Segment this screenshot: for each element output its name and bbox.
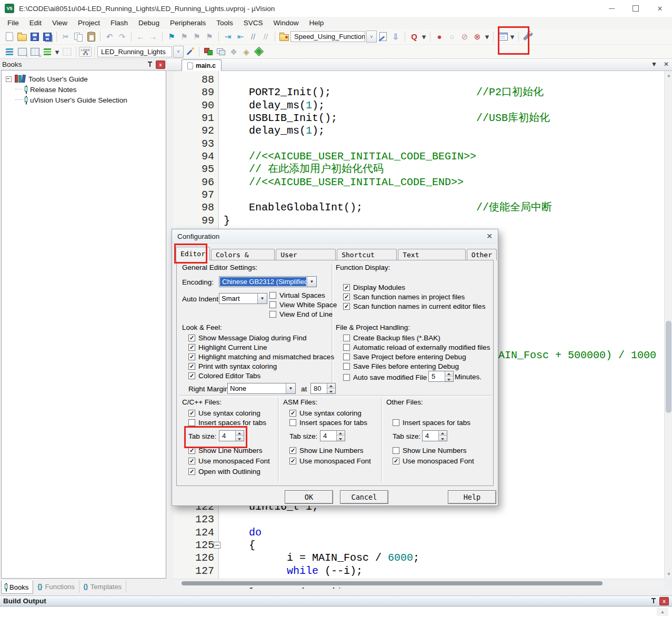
other-tab-size-spinner[interactable]: 4 — [422, 430, 447, 441]
chevron-down-icon[interactable]: ▼ — [307, 277, 316, 287]
close-document-icon[interactable]: ✕ — [664, 60, 669, 68]
function-select-dropdown-icon[interactable]: ˅ — [366, 31, 377, 43]
spinner-up-icon[interactable] — [337, 431, 345, 436]
batch-build-dropdown-icon[interactable]: ▾ — [54, 46, 61, 58]
checkbox-use-syntax-coloring[interactable]: ✓Use syntax coloring — [289, 409, 362, 417]
menu-item-project[interactable]: Project — [73, 17, 105, 29]
options-for-target-icon[interactable] — [184, 46, 196, 58]
stop-build-icon[interactable] — [61, 46, 73, 58]
find-in-files-icon[interactable]: Q — [408, 31, 420, 43]
checkbox-insert-spaces-for-tabs[interactable]: Insert spaces for tabs — [188, 418, 266, 427]
checkbox-use-syntax-coloring[interactable]: ✓Use syntax coloring — [188, 409, 260, 417]
checkbox-show-message-dialog-during-find[interactable]: ✓Show Message Dialog during Find — [188, 333, 307, 342]
window-layout-icon[interactable] — [496, 31, 509, 43]
spinner-down-icon[interactable] — [327, 389, 335, 393]
panel-close-icon[interactable]: x — [156, 60, 165, 69]
dialog-tab-user-keywords[interactable]: User Keywords — [276, 249, 336, 260]
flash-windows-icon[interactable] — [215, 46, 227, 58]
checkbox-show-line-numbers[interactable]: ✓Show Line Numbers — [188, 446, 263, 454]
panel-tab-templates[interactable]: ()Templates — [79, 580, 126, 593]
comment-icon[interactable]: // — [247, 31, 259, 43]
checkbox-save-project-before-entering-debug[interactable]: Save Project before entering Debug — [343, 352, 466, 361]
navigate-forward-icon[interactable]: → — [147, 31, 159, 43]
undo-icon[interactable]: ↶ — [103, 31, 116, 43]
spinner-up-icon[interactable] — [327, 383, 335, 389]
scroll-up-icon[interactable]: ▲ — [657, 608, 668, 616]
menu-item-file[interactable]: File — [2, 17, 24, 29]
menu-item-edit[interactable]: Edit — [24, 17, 47, 29]
vertical-scroll-thumb[interactable] — [666, 321, 671, 413]
panel-tab-functions[interactable]: {}Functions — [33, 580, 79, 593]
checkbox-use-monospaced-font[interactable]: ✓Use monospaced Font — [393, 457, 474, 465]
close-button[interactable]: ✕ — [648, 0, 672, 17]
menu-item-view[interactable]: View — [47, 17, 73, 29]
checkbox-print-with-syntax-coloring[interactable]: ✓Print with syntax coloring — [188, 362, 277, 370]
menu-item-flash[interactable]: Flash — [105, 17, 133, 29]
cut-icon[interactable]: ✂ — [59, 31, 72, 43]
expander-icon[interactable] — [6, 76, 12, 82]
bookmark-next-icon[interactable]: ⚑ — [178, 31, 190, 43]
configuration-wrench-button[interactable] — [521, 31, 534, 43]
breakpoint-dropdown-icon[interactable]: ▾ — [484, 31, 490, 43]
copy-icon[interactable] — [72, 31, 85, 43]
dialog-close-icon[interactable]: ✕ — [486, 232, 493, 240]
insert-breakpoint-icon[interactable]: ● — [433, 31, 446, 43]
checkbox-show-line-numbers[interactable]: Show Line Numbers — [393, 446, 467, 454]
menu-item-window[interactable]: Window — [268, 17, 304, 29]
manage-layers-icon[interactable]: ❖ — [227, 46, 240, 58]
tree-item-tools-user-s-guide[interactable]: Tools User's Guide — [6, 74, 88, 84]
horizontal-scroll-thumb[interactable] — [182, 581, 603, 585]
batch-build-icon[interactable] — [41, 46, 54, 58]
checkbox-highlight-matching-and-mismatched-braces[interactable]: ✓Highlight matching and mismatched brace… — [188, 352, 334, 361]
menu-item-tools[interactable]: Tools — [211, 17, 238, 29]
checkbox-insert-spaces-for-tabs[interactable]: Insert spaces for tabs — [289, 418, 367, 427]
open-file-icon[interactable] — [16, 31, 28, 43]
auto-indent-select[interactable]: Smart ▼ — [219, 293, 267, 304]
checkbox-colored-editor-tabs[interactable]: ✓Colored Editor Tabs — [188, 371, 260, 380]
uncomment-icon[interactable]: // — [259, 31, 272, 43]
scroll-down-icon[interactable]: ▼ — [667, 572, 671, 576]
indent-left-icon[interactable]: ⇤ — [234, 31, 247, 43]
pin-icon[interactable] — [147, 62, 153, 68]
bookmark-clear-icon[interactable]: ⚑ — [203, 31, 216, 43]
new-file-icon[interactable] — [3, 31, 16, 43]
kill-all-breakpoints-icon[interactable]: ⊗ — [471, 31, 484, 43]
checkbox-insert-spaces-for-tabs[interactable]: Insert spaces for tabs — [393, 418, 470, 427]
spinner-up-icon[interactable] — [236, 431, 244, 436]
function-select[interactable]: Speed_Using_Function — [290, 31, 365, 42]
debug-session-icon[interactable] — [202, 46, 215, 58]
cancel-button[interactable]: Cancel — [340, 490, 388, 504]
minimize-button[interactable] — [599, 0, 624, 17]
checkbox-display-modules[interactable]: ✓Display Modules — [343, 283, 405, 291]
indent-right-icon[interactable]: ⇥ — [222, 31, 234, 43]
checkbox-virtual-spaces[interactable]: Virtual Spaces — [269, 291, 325, 299]
dialog-tab-colors-fonts[interactable]: Colors & Fonts — [211, 249, 275, 260]
panel-tab-books[interactable]: Books — [1, 580, 33, 594]
enable-breakpoint-icon[interactable]: ○ — [446, 31, 458, 43]
editor-horizontal-scrollbar[interactable] — [174, 579, 664, 588]
chevron-down-icon[interactable]: ▼ — [286, 383, 295, 393]
autosave-minutes-spinner[interactable]: 5 — [428, 371, 454, 382]
tree-item-release-notes[interactable]: Release Notes — [15, 84, 77, 95]
checkbox-view-end-of-line[interactable]: View End of Line — [269, 310, 333, 318]
tab-list-dropdown-icon[interactable]: ▼ — [651, 60, 657, 68]
navigate-back-icon[interactable]: ← — [134, 31, 147, 43]
tree-item-uvision-user-s-guide-selection[interactable]: uVision User's Guide Selection — [15, 95, 127, 105]
help-button[interactable]: Help — [448, 490, 496, 504]
spinner-down-icon[interactable] — [445, 377, 453, 381]
spinner-down-icon[interactable] — [236, 436, 244, 441]
dialog-tab-other[interactable]: Other — [467, 249, 497, 260]
menu-item-help[interactable]: Help — [304, 17, 329, 29]
ok-button[interactable]: OK — [285, 490, 333, 504]
spinner-up-icon[interactable] — [445, 371, 453, 377]
find-dropdown-icon[interactable]: ▾ — [420, 31, 427, 43]
paste-icon[interactable] — [85, 31, 97, 43]
checkbox-show-line-numbers[interactable]: ✓Show Line Numbers — [289, 446, 364, 454]
session-folder-icon[interactable] — [278, 31, 290, 43]
dialog-tab-text-completion[interactable]: Text Completion — [398, 249, 466, 260]
checkbox-highlight-current-line[interactable]: ✓Highlight Current Line — [188, 343, 267, 351]
save-icon[interactable] — [28, 31, 41, 43]
checkbox-create-backup-files-bak[interactable]: Create Backup files (*.BAK) — [343, 333, 440, 342]
spinner-up-icon[interactable] — [439, 431, 447, 436]
checkbox-save-files-before-entering-debug[interactable]: Save Files before entering Debug — [343, 362, 459, 370]
